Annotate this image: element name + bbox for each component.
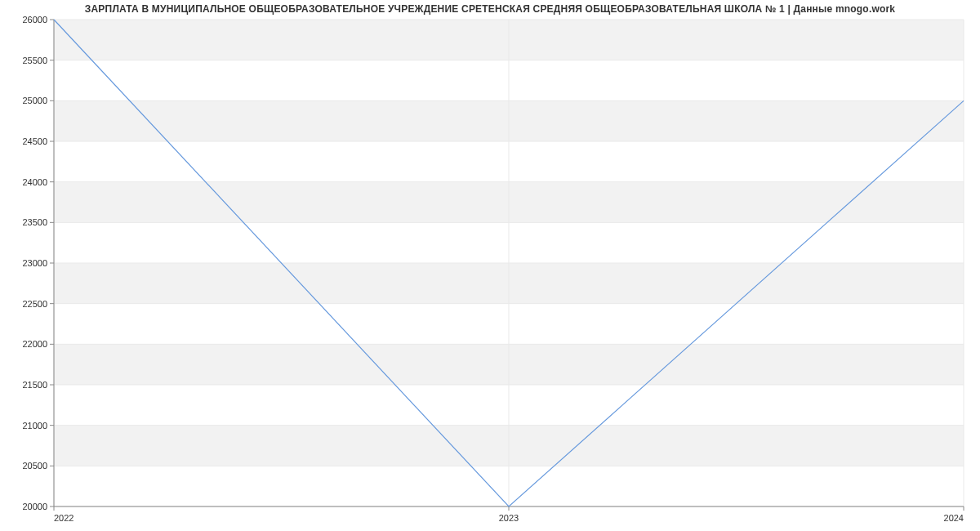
y-tick-label: 21500 [22, 380, 47, 390]
chart-title: ЗАРПЛАТА В МУНИЦИПАЛЬНОЕ ОБЩЕОБРАЗОВАТЕЛ… [0, 3, 980, 15]
y-tick-label: 25000 [22, 96, 47, 105]
y-tick-label: 23500 [22, 217, 47, 227]
y-tick-label: 23000 [22, 258, 47, 268]
y-tick-label: 26000 [22, 15, 47, 25]
x-tick-label: 2022 [54, 513, 74, 523]
x-tick-label: 2023 [499, 513, 519, 523]
y-tick-label: 22000 [22, 339, 47, 349]
y-tick-label: 24500 [22, 136, 47, 146]
line-chart: 2000020500210002150022000225002300023500… [0, 0, 980, 531]
y-tick-label: 21000 [22, 421, 47, 431]
x-tick-label: 2024 [944, 513, 964, 523]
y-tick-label: 20000 [22, 502, 47, 511]
y-tick-label: 22500 [22, 299, 47, 309]
chart-container: ЗАРПЛАТА В МУНИЦИПАЛЬНОЕ ОБЩЕОБРАЗОВАТЕЛ… [0, 0, 980, 531]
y-tick-label: 24000 [22, 177, 47, 187]
y-tick-label: 20500 [22, 461, 47, 471]
y-tick-label: 25500 [22, 56, 47, 65]
